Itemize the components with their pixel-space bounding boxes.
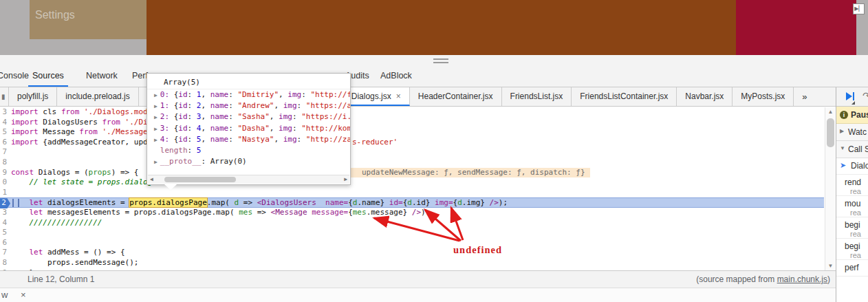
source-editor[interactable]: 3import cls from './Dialogs.modu4import … [0,107,836,270]
code-text: // let state = props.dialog [11,177,836,188]
file-tab-strip: ▮ polyfill.jsinclude.preload.jsrDialogs.… [0,87,836,107]
line-number[interactable]: 5 [0,127,9,138]
drawer-tab-label[interactable]: w [1,290,8,300]
frame-source-location: rea [850,208,861,217]
array-item-row[interactable]: ▶1: {id: 2, name: "Andrew", img: "https:… [147,100,350,111]
settings-nav-item[interactable]: Settings [30,0,147,39]
call-stack-frame[interactable]: begirea [836,239,868,260]
execution-line-badge[interactable]: 2 [0,198,10,208]
line-number[interactable]: 5 [0,228,9,238]
scroll-up-icon[interactable]: ▲ [825,109,836,115]
tab-close-icon[interactable]: × [396,91,401,101]
drawer-close-icon[interactable]: × [21,290,26,300]
popup-scroll-thumb[interactable] [164,177,236,182]
scroll-down-icon[interactable]: ▼ [825,263,836,269]
code-line: 5import Message from './Messages [0,127,836,138]
call-stack-frames: ➤Dialorendreamoureabegireabegireaperf [836,158,868,277]
panel-next-icon[interactable]: ▶▏ [853,3,865,14]
line-number[interactable]: 7 [0,147,9,158]
call-stack-frame[interactable]: rendrea [836,175,868,196]
chevron-right-icon: ▶ [840,128,844,134]
line-number[interactable]: 9 [0,168,9,178]
navigator-toggle-icon[interactable]: ▮ [0,87,9,106]
frame-function-name: begi [845,220,860,230]
devtools-tab-adblock[interactable]: AdBlock [376,67,416,87]
call-stack-frame[interactable]: ➤Dialo [836,158,868,175]
scrollbar-thumb[interactable] [827,118,834,147]
line-number[interactable]: 7 [0,248,9,258]
popup-caret [164,184,177,190]
code-text: let messagesElements = props.dialogsPage… [11,208,836,218]
popup-scroll-right-icon[interactable]: ▶ [344,176,347,182]
code-text [11,188,836,198]
code-text: props.sendMessage(); [11,258,836,268]
inline-eval-result: updateNewMessage: ƒ, sendMessage: ƒ, dis… [314,168,590,178]
line-number[interactable]: 3 [0,107,9,118]
file-tab-headercontainer-jsx[interactable]: HeaderContainer.jsx [410,87,502,106]
call-stack-frame[interactable]: mourea [836,196,868,217]
expand-triangle-icon[interactable]: ▶ [154,159,158,165]
expand-triangle-icon[interactable]: ▶ [154,114,158,120]
frame-function-name: begi [845,241,860,251]
cursor-position: Line 12, Column 1 [28,271,94,288]
line-number[interactable]: 3 [0,208,9,218]
expand-triangle-icon[interactable]: ▶ [154,126,158,132]
editor-scrollbar[interactable]: ▲ ▼ [825,107,835,270]
code-text: const Dialogs = (props) => {updateNewMes… [11,168,836,178]
page-crimson-block [736,0,856,55]
frame-source-location: rea [850,230,861,238]
file-tab-friendslist-jsx[interactable]: FriendsList.jsx [502,87,572,106]
devtools-tab-network[interactable]: Network [82,67,122,87]
code-line: 8 props.sendMessage(); [0,258,836,268]
expand-triangle-icon[interactable]: ▶ [154,92,158,98]
file-tab-myposts-jsx[interactable]: MyPosts.jsx [733,87,794,106]
line-number[interactable]: 4 [0,118,9,128]
line-number[interactable]: 0 [0,177,9,188]
file-tab--[interactable]: » [794,87,815,106]
code-text [11,158,836,168]
array-length-row: length: 5 [147,145,350,156]
file-tab-navbar-jsx[interactable]: Navbar.jsx [677,87,733,106]
array-item-row[interactable]: ▶2: {id: 3, name: "Sasha", img: "https:/… [147,111,350,122]
line-number[interactable]: 8 [0,258,9,268]
source-map-link[interactable]: main.chunk.js [777,274,827,284]
watch-label: Watc [848,127,867,137]
file-tab-dialogs-jsx[interactable]: Dialogs.jsx× [343,87,410,106]
devtools-header: ConsoleSourcesNetworkPerformanceAuditsAd… [0,55,868,87]
popup-title: Array(5) [147,74,350,89]
step-over-icon[interactable]: ↷ [862,90,868,101]
file-tab-polyfill-js[interactable]: polyfill.js [9,87,57,106]
line-number[interactable]: 8 [0,158,9,168]
code-text [11,147,836,158]
popup-rows: ▶0: {id: 1, name: "Dmitriy", img: "http:… [147,89,350,167]
paused-message: Paus [851,110,868,120]
devtools-drag-handle[interactable] [433,58,448,65]
call-stack-frame[interactable]: begirea [836,217,868,239]
devtools-window: Settings ConsoleSourcesNetworkPerformanc… [0,0,868,302]
devtools-tab-sources[interactable]: Sources [28,67,68,87]
line-number[interactable]: 6 [0,138,9,148]
popup-scroll-left-icon[interactable]: ◀ [150,176,153,182]
popup-scrollbar[interactable]: ◀ ▶ [148,175,349,184]
line-number[interactable]: 1 [0,188,9,198]
resume-script-icon[interactable] [846,92,852,100]
watch-section-header[interactable]: ▶ Watc [836,124,868,141]
expand-triangle-icon[interactable]: ▶ [154,103,158,109]
code-text: let dialogsElements = props.dialogsPage.… [11,198,824,208]
call-stack-frame[interactable]: perf [836,260,868,277]
proto-row[interactable]: ▶__proto__: Array(0) [147,156,350,167]
expand-triangle-icon[interactable]: ▶ [154,137,158,143]
array-item-row[interactable]: ▶3: {id: 4, name: "Dasha", img: "http://… [147,123,350,134]
code-line: 7 [0,147,836,158]
current-frame-arrow-icon: ➤ [840,161,846,170]
array-item-row[interactable]: ▶4: {id: 5, name: "Nastya", img: "http:/… [147,134,350,145]
file-tab-friendslistcontainer-jsx[interactable]: FriendsListContainer.jsx [572,87,677,106]
frame-function-name: rend [845,177,861,187]
code-line: 0 // let state = props.dialog [0,177,836,188]
array-item-row[interactable]: ▶0: {id: 1, name: "Dmitriy", img: "http:… [147,89,350,100]
line-number[interactable]: 6 [0,238,9,248]
call-stack-section-header[interactable]: ▼ Call S [836,141,868,158]
code-line: 7 let addMess = () => { [0,248,836,258]
line-number[interactable]: 4 [0,218,9,228]
file-tab-include-preload-js[interactable]: include.preload.js [57,87,138,106]
